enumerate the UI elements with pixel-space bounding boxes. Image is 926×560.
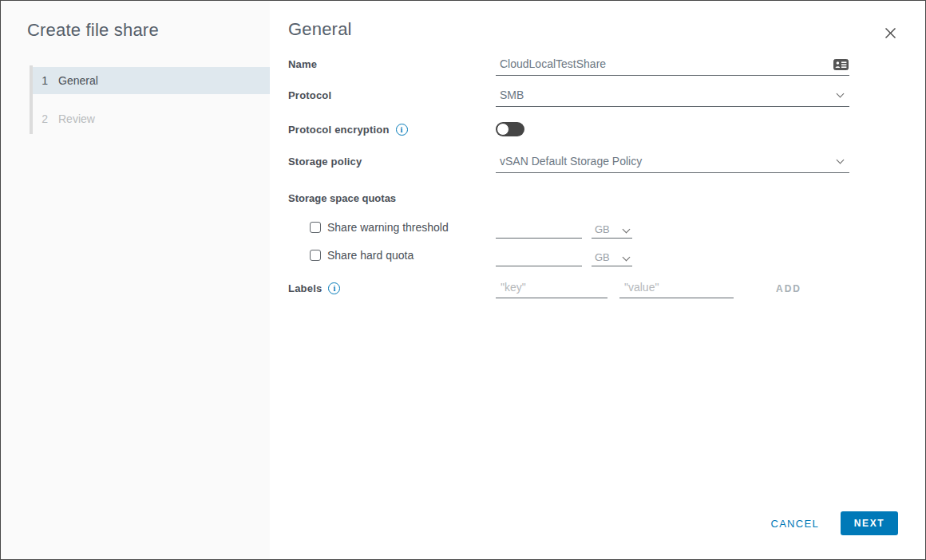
share-hard-quota-unit-select[interactable]: GB [592, 249, 632, 266]
share-warning-threshold-checkbox[interactable] [310, 222, 321, 233]
labels-label-text: Labels [288, 282, 322, 294]
page-title: General [288, 19, 925, 40]
share-hard-quota-input[interactable] [496, 249, 582, 266]
general-form: Name [288, 55, 925, 298]
name-input[interactable] [496, 55, 849, 75]
label-value-input[interactable] [619, 279, 734, 298]
wizard-sidebar: Create file share 1 General 2 Review [1, 1, 270, 559]
close-x-glyph [884, 27, 896, 39]
protocol-row: Protocol SMB [288, 86, 925, 107]
storage-policy-row: Storage policy vSAN Default Storage Poli… [288, 152, 925, 173]
create-file-share-dialog: Create file share 1 General 2 Review Gen… [0, 0, 926, 560]
label-key-input[interactable] [496, 279, 607, 298]
storage-space-quotas-label: Storage space quotas [288, 192, 396, 204]
name-row: Name [288, 55, 925, 76]
next-button[interactable]: NEXT [841, 511, 898, 535]
info-icon[interactable]: i [328, 282, 340, 294]
add-label-button[interactable]: ADD [776, 283, 801, 294]
protocol-label: Protocol [288, 86, 496, 101]
unit-value: GB [592, 223, 610, 238]
chevron-down-icon [837, 90, 845, 98]
step-review[interactable]: 2 Review [33, 105, 270, 132]
dialog-footer: CANCEL NEXT [770, 511, 898, 535]
share-warning-threshold-row: Share warning threshold GB [288, 221, 925, 239]
labels-row: Labels i ADD [288, 279, 925, 298]
protocol-selected-value: SMB [496, 89, 524, 105]
share-hard-quota-option[interactable]: Share hard quota [310, 249, 496, 262]
step-number: 1 [40, 74, 48, 87]
share-hard-quota-checkbox[interactable] [310, 250, 321, 261]
share-warning-threshold-unit-select[interactable]: GB [592, 221, 632, 239]
general-panel: General Name [270, 1, 925, 559]
protocol-select[interactable]: SMB [496, 86, 849, 107]
info-icon[interactable]: i [396, 124, 408, 136]
name-field-wrap [496, 55, 849, 76]
protocol-encryption-label: Protocol encryption i [288, 120, 496, 136]
step-label: Review [58, 112, 95, 125]
protocol-encryption-row: Protocol encryption i [288, 120, 925, 136]
contact-card-autofill-icon[interactable] [833, 59, 849, 73]
labels-label: Labels i [288, 279, 496, 294]
wizard-steps: 1 General 2 Review [30, 65, 270, 134]
protocol-encryption-toggle[interactable] [496, 122, 524, 136]
step-label: General [58, 74, 98, 87]
cancel-button[interactable]: CANCEL [770, 518, 819, 530]
chevron-down-icon [837, 156, 845, 164]
share-hard-quota-label: Share hard quota [327, 249, 414, 262]
storage-policy-selected-value: vSAN Default Storage Policy [496, 155, 642, 171]
dialog-title: Create file share [27, 20, 270, 41]
chevron-down-icon [623, 226, 631, 234]
step-number: 2 [40, 112, 48, 125]
name-label: Name [288, 55, 496, 70]
chevron-down-icon [623, 254, 631, 262]
unit-value: GB [592, 251, 610, 266]
close-icon[interactable] [882, 25, 898, 41]
storage-policy-label: Storage policy [288, 152, 496, 168]
share-warning-threshold-option[interactable]: Share warning threshold [310, 221, 496, 234]
protocol-encryption-label-text: Protocol encryption [288, 124, 390, 136]
storage-policy-select[interactable]: vSAN Default Storage Policy [496, 152, 849, 173]
step-general[interactable]: 1 General [33, 67, 270, 94]
share-hard-quota-row: Share hard quota GB [288, 249, 925, 266]
share-warning-threshold-label: Share warning threshold [327, 221, 449, 234]
storage-space-quotas-row: Storage space quotas [288, 192, 925, 204]
share-warning-threshold-input[interactable] [496, 221, 582, 239]
